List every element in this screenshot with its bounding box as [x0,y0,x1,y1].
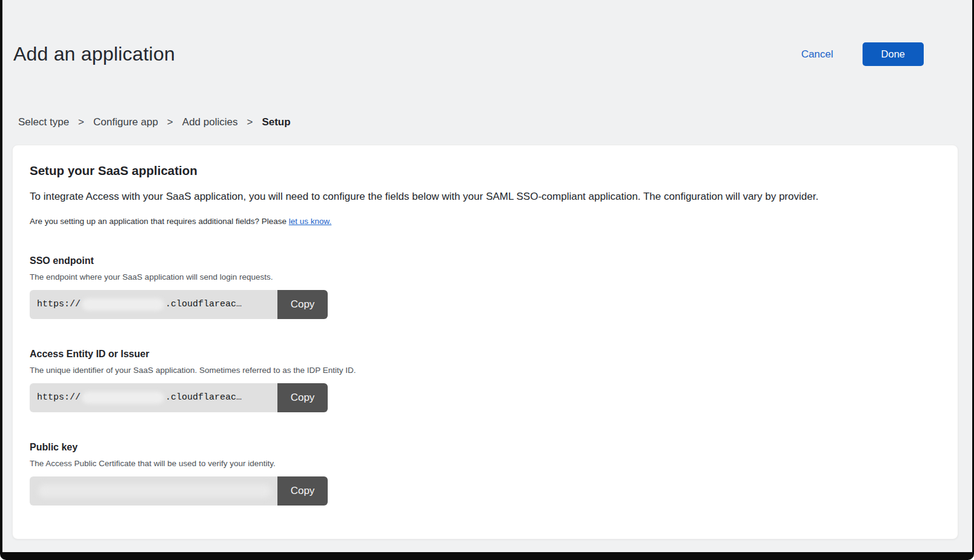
field-description: The endpoint where your SaaS application… [30,272,938,282]
field-row: Copy [30,476,328,506]
breadcrumb-separator: > [167,116,173,128]
card-intro-text: To integrate Access with your SaaS appli… [30,189,938,204]
field-label: Access Entity ID or Issuer [30,349,938,360]
copy-entity-id-button[interactable]: Copy [277,383,328,412]
public-key-value [30,476,277,506]
value-suffix: .cloudflareac… [165,392,242,403]
card-note: Are you setting up an application that r… [30,217,938,226]
copy-public-key-button[interactable]: Copy [277,476,328,506]
entity-id-value: https:// .cloudflareac… [30,383,277,412]
value-suffix: .cloudflareac… [165,299,242,309]
redacted-value [82,298,164,311]
redacted-value [38,484,271,498]
field-row: https:// .cloudflareac… Copy [30,383,328,412]
field-description: The Access Public Certificate that will … [30,459,938,468]
breadcrumb-separator: > [78,116,84,128]
breadcrumb: Select type > Configure app > Add polici… [18,116,972,128]
cancel-button[interactable]: Cancel [798,48,837,61]
setup-card: Setup your SaaS application To integrate… [12,145,958,539]
header-actions: Cancel Done [798,42,924,66]
field-label: SSO endpoint [30,255,938,266]
card-note-text: Are you setting up an application that r… [30,217,289,226]
card-heading: Setup your SaaS application [30,163,938,178]
field-row: https:// .cloudflareac… Copy [30,290,328,319]
value-prefix: https:// [37,392,81,403]
redacted-value [82,392,164,404]
page-title: Add an application [13,43,175,65]
field-description: The unique identifier of your SaaS appli… [30,366,938,375]
field-group-sso-endpoint: SSO endpoint The endpoint where your Saa… [30,255,938,319]
app-window: Add an application Cancel Done Select ty… [0,0,974,560]
field-group-entity-id: Access Entity ID or Issuer The unique id… [30,349,938,412]
value-prefix: https:// [37,299,81,309]
breadcrumb-step-configure-app[interactable]: Configure app [93,116,158,128]
sso-endpoint-value: https:// .cloudflareac… [30,290,277,319]
breadcrumb-separator: > [247,116,253,128]
copy-sso-endpoint-button[interactable]: Copy [277,290,328,319]
done-button[interactable]: Done [863,42,924,66]
breadcrumb-step-add-policies[interactable]: Add policies [182,116,238,128]
field-group-public-key: Public key The Access Public Certificate… [30,442,938,506]
let-us-know-link[interactable]: let us know. [289,217,332,226]
field-label: Public key [30,442,938,453]
breadcrumb-step-setup: Setup [262,116,290,128]
page-header: Add an application Cancel Done [2,0,972,79]
breadcrumb-step-select-type[interactable]: Select type [18,116,69,128]
